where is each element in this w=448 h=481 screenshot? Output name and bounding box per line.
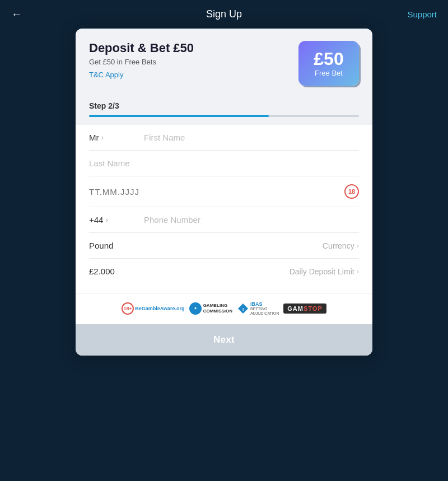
badge-label: Free Bet bbox=[315, 69, 343, 77]
gc-text: GAMBLINGCOMMISSION bbox=[203, 303, 232, 314]
form-section: Mr › 18 +44 › Pound Currency bbox=[76, 125, 372, 293]
last-name-row bbox=[89, 151, 359, 176]
begamble-logo: 18+ BeGambleAware.org bbox=[122, 302, 184, 315]
deposit-selector[interactable]: Daily Deposit Limit › bbox=[290, 267, 359, 276]
compliance-section: 18+ BeGambleAware.org ✦ GAMBLINGCOMMISSI… bbox=[76, 293, 372, 324]
page-title: Sign Up bbox=[206, 8, 242, 20]
card-header: Deposit & Bet £50 Get £50 in Free Bets T… bbox=[76, 29, 372, 96]
gc-icon: ✦ bbox=[189, 302, 202, 315]
progress-bar bbox=[89, 115, 359, 117]
svg-text:I: I bbox=[242, 307, 244, 312]
phone-chevron: › bbox=[105, 216, 108, 224]
last-name-input[interactable] bbox=[89, 151, 359, 176]
phone-row: +44 › bbox=[89, 207, 359, 233]
gambling-commission-logo: ✦ GAMBLINGCOMMISSION bbox=[189, 302, 232, 315]
phone-input[interactable] bbox=[139, 215, 359, 225]
ibas-logo: I IBAS BETTINGADJUDICATION bbox=[237, 301, 279, 315]
next-button[interactable]: Next bbox=[76, 324, 372, 356]
back-button[interactable]: ← bbox=[11, 8, 22, 21]
age-badge: 18 bbox=[344, 184, 359, 199]
gamstop-logo: GAMSTOP bbox=[283, 303, 326, 314]
promo-headline: Deposit & Bet £50 bbox=[89, 41, 194, 55]
phone-prefix: +44 bbox=[89, 215, 103, 225]
gamstop-stop: STOP bbox=[304, 305, 323, 312]
currency-selector[interactable]: Currency › bbox=[323, 241, 359, 250]
promo-subtitle: Get £50 in Free Bets bbox=[89, 58, 194, 66]
ibas-sub: BETTINGADJUDICATION bbox=[250, 307, 279, 315]
begamble-text: BeGambleAware.org bbox=[135, 306, 184, 311]
currency-row[interactable]: Pound Currency › bbox=[89, 233, 359, 259]
ibas-text: IBAS bbox=[250, 301, 279, 307]
ibas-diamond-icon: I bbox=[237, 302, 249, 315]
deposit-label: Daily Deposit Limit bbox=[290, 267, 354, 276]
deposit-chevron: › bbox=[357, 267, 359, 275]
signup-card: Deposit & Bet £50 Get £50 in Free Bets T… bbox=[76, 29, 372, 356]
title-firstname-row: Mr › bbox=[89, 125, 359, 151]
support-link[interactable]: Support bbox=[407, 10, 437, 19]
step-section: Step 2/3 bbox=[76, 96, 372, 125]
free-bet-badge: £50 Free Bet bbox=[298, 41, 359, 86]
currency-value: Pound bbox=[89, 241, 113, 250]
currency-chevron: › bbox=[357, 241, 359, 250]
first-name-input[interactable] bbox=[139, 133, 359, 142]
deposit-value: £2.000 bbox=[89, 267, 115, 276]
title-chevron: › bbox=[101, 133, 104, 142]
title-selector[interactable]: Mr › bbox=[89, 133, 139, 142]
phone-prefix-selector[interactable]: +44 › bbox=[89, 215, 139, 225]
currency-label: Currency bbox=[323, 241, 354, 250]
title-value: Mr bbox=[89, 133, 99, 142]
progress-bar-fill bbox=[89, 115, 269, 117]
step-label: Step 2/3 bbox=[89, 101, 359, 110]
badge-amount: £50 bbox=[314, 50, 343, 68]
age-circle: 18+ bbox=[122, 302, 134, 315]
top-bar: ← Sign Up Support bbox=[0, 0, 448, 29]
tc-link[interactable]: T&C Apply bbox=[89, 71, 123, 79]
promo-text: Deposit & Bet £50 Get £50 in Free Bets T… bbox=[89, 41, 194, 80]
dob-row: 18 bbox=[89, 176, 359, 207]
deposit-limit-row[interactable]: £2.000 Daily Deposit Limit › bbox=[89, 259, 359, 284]
dob-input[interactable] bbox=[89, 187, 344, 197]
